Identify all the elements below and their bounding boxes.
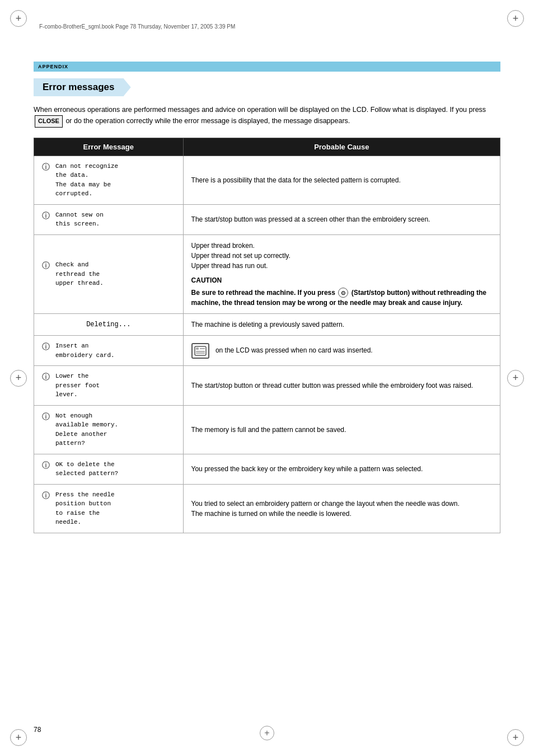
error-msg-cell: ⓘ Press the needleposition buttonto rais… bbox=[34, 484, 184, 533]
error-msg-cell: ⓘ Cannot sew onthis screen. bbox=[34, 204, 184, 234]
warning-icon: ⓘ bbox=[42, 210, 50, 222]
caution-title: CAUTION bbox=[191, 275, 492, 285]
error-msg-text: Can not recognizethe data.The data may b… bbox=[55, 162, 118, 199]
corner-mark-mr bbox=[507, 370, 524, 387]
table-row: Deleting... The machine is deleting a pr… bbox=[34, 314, 500, 336]
caution-text: Be sure to rethread the machine. If you … bbox=[191, 288, 492, 308]
corner-mark-tr bbox=[507, 10, 524, 27]
table-row: ⓘ Insert anembroidery card. bbox=[34, 336, 500, 366]
cause-cell: Upper thread broken. Upper thread not se… bbox=[183, 234, 500, 314]
error-msg-cell: ⓘ OK to delete theselected pattern? bbox=[34, 454, 184, 484]
error-msg-text: Lower thepresser footlever. bbox=[55, 372, 100, 400]
error-msg-text: OK to delete theselected pattern? bbox=[55, 460, 118, 478]
table-row: ⓘ Check andrethread theupper thread. Upp… bbox=[34, 234, 500, 314]
error-msg-cell: ⓘ Check andrethread theupper thread. bbox=[34, 234, 184, 314]
bottom-cross-mark: + bbox=[260, 726, 274, 740]
error-msg-text: Cannot sew onthis screen. bbox=[55, 210, 104, 229]
error-msg-text: Check andrethread theupper thread. bbox=[55, 260, 104, 288]
corner-mark-br bbox=[507, 729, 524, 746]
start-stop-icon: ⊙ bbox=[338, 288, 348, 298]
warning-icon: ⓘ bbox=[42, 260, 50, 272]
page-number: 78 bbox=[34, 726, 41, 734]
error-msg-cell: ⓘ Insert anembroidery card. bbox=[34, 336, 184, 366]
error-table: Error Message Probable Cause ⓘ Can not r… bbox=[34, 138, 500, 533]
cause-cell: The start/stop button was pressed at a s… bbox=[183, 204, 500, 234]
svg-rect-1 bbox=[196, 348, 199, 350]
error-msg-text: Insert anembroidery card. bbox=[55, 341, 115, 360]
close-button-example: CLOSE bbox=[35, 115, 63, 128]
corner-mark-tl bbox=[10, 10, 27, 27]
table-row: ⓘ Can not recognizethe data.The data may… bbox=[34, 156, 500, 204]
page-container: F-combo-BrotherE_sgml.book Page 78 Thurs… bbox=[0, 0, 534, 756]
warning-icon: ⓘ bbox=[42, 490, 50, 502]
corner-mark-bl bbox=[10, 729, 27, 746]
table-row: ⓘ Lower thepresser footlever. The start/… bbox=[34, 366, 500, 406]
warning-icon: ⓘ bbox=[42, 411, 50, 423]
error-msg-cell: ⓘ Can not recognizethe data.The data may… bbox=[34, 156, 184, 204]
cause-cell: The machine is deleting a previously sav… bbox=[183, 314, 500, 336]
error-msg-cell: ⓘ Lower thepresser footlever. bbox=[34, 366, 184, 406]
card-icon bbox=[191, 343, 209, 359]
cause-cell: The start/stop button or thread cutter b… bbox=[183, 366, 500, 406]
table-row: ⓘ Not enoughavailable memory.Delete anot… bbox=[34, 405, 500, 454]
deleting-text: Deleting... bbox=[42, 320, 175, 330]
cause-cell: There is a possibility that the data for… bbox=[183, 156, 500, 204]
section-title: Error messages bbox=[43, 82, 115, 93]
appendix-label: APPENDIX bbox=[38, 64, 68, 69]
warning-icon: ⓘ bbox=[42, 341, 50, 353]
intro-text-end: or do the operation correctly while the … bbox=[65, 117, 350, 125]
error-msg-text: Press the needleposition buttonto raise … bbox=[55, 490, 115, 527]
table-header-cause: Probable Cause bbox=[183, 138, 500, 156]
cause-cell: on the LCD was pressed when no card was … bbox=[183, 336, 500, 366]
corner-mark-ml bbox=[10, 370, 27, 387]
error-msg-text: Not enoughavailable memory.Delete anothe… bbox=[55, 411, 118, 448]
section-heading-arrow bbox=[124, 78, 136, 96]
main-content: Error messages When erroneous operations… bbox=[34, 78, 500, 533]
error-msg-cell: ⓘ Not enoughavailable memory.Delete anot… bbox=[34, 405, 184, 454]
table-row: ⓘ Press the needleposition buttonto rais… bbox=[34, 484, 500, 533]
table-row: ⓘ Cannot sew onthis screen. The start/st… bbox=[34, 204, 500, 234]
warning-icon: ⓘ bbox=[42, 162, 50, 173]
table-row: ⓘ OK to delete theselected pattern? You … bbox=[34, 454, 500, 484]
file-info: F-combo-BrotherE_sgml.book Page 78 Thurs… bbox=[39, 24, 235, 30]
section-heading: Error messages bbox=[34, 78, 124, 96]
warning-icon: ⓘ bbox=[42, 460, 50, 472]
cause-cell: The memory is full and the pattern canno… bbox=[183, 405, 500, 454]
intro-text-start: When erroneous operations are performed … bbox=[34, 106, 486, 114]
error-msg-cell: Deleting... bbox=[34, 314, 184, 336]
cause-cell: You pressed the back key or the embroide… bbox=[183, 454, 500, 484]
appendix-bar: APPENDIX bbox=[34, 62, 500, 72]
intro-paragraph: When erroneous operations are performed … bbox=[34, 104, 500, 128]
table-header-error: Error Message bbox=[34, 138, 184, 156]
cause-cell: You tried to select an embroidery patter… bbox=[183, 484, 500, 533]
warning-icon: ⓘ bbox=[42, 372, 50, 383]
